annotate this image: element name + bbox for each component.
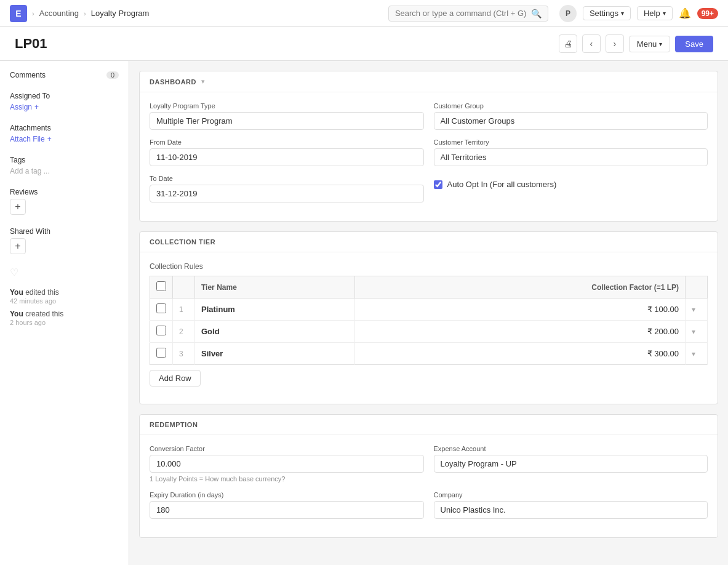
row-dropdown-icon-0[interactable]: ▾ [692,305,695,314]
settings-button[interactable]: Settings ▾ [583,6,631,20]
breadcrumb-loyalty-program[interactable]: Loyalty Program [91,9,150,18]
activity-2-time: 2 hours ago [10,319,119,326]
sidebar-attachments-section: Attachments Attach File + [10,124,119,143]
sidebar-reviews-section: Reviews + [10,188,119,215]
to-date-field: To Date [150,175,424,202]
select-all-checkbox[interactable] [156,281,166,291]
menu-button[interactable]: Menu ▾ [629,36,671,52]
conversion-hint: 1 Loyalty Points = How much base currenc… [150,475,424,483]
expiry-duration-input[interactable] [150,501,424,519]
form-row-2: From Date Customer Territory [150,138,708,166]
search-bar[interactable]: 🔍 [388,6,548,22]
print-button[interactable]: 🖨 [559,34,577,53]
row-dropdown-icon-2[interactable]: ▾ [692,350,695,358]
help-chevron-icon: ▾ [663,10,666,17]
breadcrumb-chevron-2: › [84,10,86,17]
notification-count[interactable]: 99+ [697,8,718,19]
collection-rules-table: Tier Name Collection Factor (=1 LP) 1 Pl… [150,276,708,365]
row-checkbox-cell [150,299,173,321]
to-date-input[interactable] [150,185,424,202]
th-num [173,276,195,299]
add-tag-input[interactable]: Add a tag ... [10,167,119,175]
attachments-label: Attachments [10,124,119,132]
next-button[interactable]: › [606,34,624,53]
company-input[interactable] [434,501,708,519]
expense-account-input[interactable] [434,455,708,473]
dashboard-title: DASHBOARD [150,78,196,86]
breadcrumb-chevron-1: › [32,10,34,17]
sidebar-shared-with-section: Shared With + [10,227,119,254]
breadcrumb-accounting[interactable]: Accounting [39,9,79,18]
table-row: 3 Silver ₹ 300.00 ▾ [150,343,708,365]
sidebar-tags-section: Tags Add a tag ... [10,156,119,175]
from-date-input[interactable] [150,148,424,166]
row-tier-name-1: Gold [195,321,355,343]
customer-group-input[interactable] [434,112,708,130]
auto-opt-in-field: Auto Opt In (For all customers) [434,175,708,202]
th-checkbox [150,276,173,299]
sidebar-comments-section: Comments 0 [10,71,119,79]
redemption-header: REDEMPTION [140,415,718,435]
customer-territory-label: Customer Territory [434,138,708,146]
add-review-button[interactable]: + [10,199,26,215]
print-icon: 🖨 [564,39,572,49]
row-dropdown-icon-1[interactable]: ▾ [692,327,695,336]
reviews-label: Reviews [10,188,119,196]
dashboard-chevron-icon[interactable]: ▾ [201,78,205,86]
app-brand[interactable]: E [10,5,27,22]
add-shared-button[interactable]: + [10,238,26,254]
redemption-row-2: Expiry Duration (in days) Company [150,491,708,519]
customer-group-label: Customer Group [434,102,708,110]
row-checkbox-1[interactable] [156,326,166,335]
auto-opt-in-checkbox[interactable] [434,180,442,189]
row-checkbox-cell [150,321,173,343]
content-area: DASHBOARD ▾ Loyalty Program Type Custome… [129,61,728,565]
favorite-icon[interactable]: ♡ [10,266,119,278]
comments-count: 0 [106,71,119,79]
to-date-label: To Date [150,175,424,182]
conversion-factor-input[interactable] [150,455,424,473]
next-icon: › [613,39,616,49]
expense-account-field: Expense Account [434,445,708,483]
assign-link[interactable]: Assign + [10,103,119,111]
row-dropdown-cell-1[interactable]: ▾ [686,321,708,343]
assigned-to-label: Assigned To [10,92,119,100]
search-input[interactable] [395,9,527,18]
prev-icon: ‹ [590,39,593,49]
row-checkbox-0[interactable] [156,303,166,313]
row-dropdown-cell-2[interactable]: ▾ [686,343,708,365]
activity-item-2: You created this 2 hours ago [10,310,119,326]
page-title: LP01 [15,36,47,52]
help-button[interactable]: Help ▾ [637,6,673,20]
activity-1-action: edited this [25,288,59,297]
add-row-button[interactable]: Add Row [150,370,201,387]
from-date-label: From Date [150,138,424,146]
loyalty-program-type-input[interactable] [150,112,424,130]
conversion-factor-label: Conversion Factor [150,445,424,452]
collection-rules-table-section: Tier Name Collection Factor (=1 LP) 1 Pl… [150,276,708,387]
row-checkbox-2[interactable] [156,348,166,358]
activity-2-action: created this [25,310,63,318]
th-tier-name: Tier Name [195,276,355,299]
settings-chevron-icon: ▾ [621,10,624,17]
expiry-duration-label: Expiry Duration (in days) [150,491,424,499]
activity-1-user: You [10,288,23,297]
expense-account-label: Expense Account [434,445,708,452]
auto-opt-in-row: Auto Opt In (For all customers) [434,175,708,189]
save-button[interactable]: Save [675,36,713,52]
row-num-1: 2 [173,321,195,343]
search-icon: 🔍 [531,9,542,18]
row-dropdown-cell-0[interactable]: ▾ [686,299,708,321]
dashboard-header: DASHBOARD ▾ [140,71,718,92]
from-date-field: From Date [150,138,424,166]
redemption-row-1: Conversion Factor 1 Loyalty Points = How… [150,445,708,483]
customer-group-field: Customer Group [434,102,708,130]
prev-button[interactable]: ‹ [582,34,601,53]
attach-file-link[interactable]: Attach File + [10,135,119,143]
customer-territory-input[interactable] [434,148,708,166]
activity-2-user: You [10,310,23,318]
avatar: P [559,5,577,22]
row-tier-name-2: Silver [195,343,355,365]
company-label: Company [434,491,708,499]
page-header: LP01 🖨 ‹ › Menu ▾ Save [0,27,728,61]
